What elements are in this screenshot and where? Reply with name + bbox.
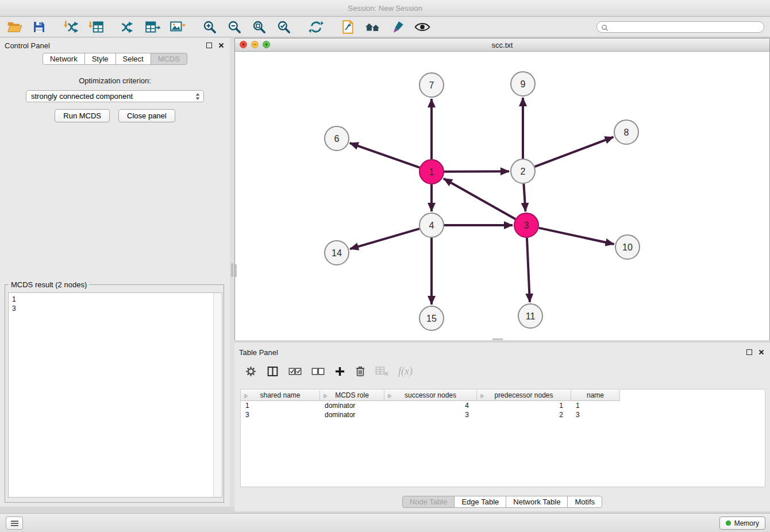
select-all-button[interactable] bbox=[288, 367, 302, 376]
column-header-shared-name[interactable]: shared name bbox=[241, 390, 320, 400]
graph-node-8[interactable]: 8 bbox=[614, 120, 638, 144]
task-history-button[interactable] bbox=[6, 516, 23, 530]
divider-grip[interactable] bbox=[231, 263, 233, 277]
mcds-result-group: MCDS result (2 nodes) 13 bbox=[5, 284, 224, 503]
network-canvas[interactable]: 7968124314101511 bbox=[235, 52, 769, 340]
graph-node-11[interactable]: 11 bbox=[518, 304, 542, 328]
cell[interactable]: dominator bbox=[320, 411, 384, 419]
network-document-button[interactable] bbox=[338, 18, 358, 36]
tab-network[interactable]: Network bbox=[43, 53, 85, 65]
svg-text:7: 7 bbox=[429, 80, 434, 90]
graph-node-6[interactable]: 6 bbox=[325, 126, 349, 151]
close-mcds-panel-button[interactable]: Close panel bbox=[118, 109, 175, 122]
graph-edge-2-8[interactable] bbox=[535, 137, 614, 167]
close-table-panel-button[interactable] bbox=[757, 348, 765, 356]
refresh-layout-button[interactable] bbox=[306, 18, 326, 36]
import-network-icon bbox=[63, 20, 79, 34]
cell[interactable]: 3 bbox=[384, 411, 477, 419]
cell[interactable]: dominator bbox=[320, 402, 384, 410]
minimize-window-button[interactable] bbox=[251, 41, 259, 48]
save-session-button[interactable] bbox=[29, 18, 49, 36]
table-row[interactable]: 3dominator323 bbox=[241, 410, 765, 419]
graph-node-3[interactable]: 3 bbox=[514, 213, 538, 237]
graph-edge-1-2[interactable] bbox=[444, 171, 509, 172]
memory-button[interactable]: Memory bbox=[719, 516, 765, 530]
table-tab-motifs[interactable]: Motifs bbox=[567, 496, 602, 508]
import-network-button[interactable] bbox=[61, 18, 81, 36]
open-session-button[interactable] bbox=[5, 18, 24, 36]
cell[interactable]: 1 bbox=[571, 402, 620, 410]
table-row[interactable]: 1dominator411 bbox=[241, 401, 765, 410]
column-label: shared name bbox=[260, 391, 300, 399]
panel-divider[interactable] bbox=[230, 38, 234, 507]
tab-mcds[interactable]: MCDS bbox=[151, 53, 187, 65]
cell[interactable]: 1 bbox=[241, 402, 320, 410]
deselect-all-button[interactable] bbox=[311, 367, 325, 376]
criterion-dropdown[interactable]: strongly connected component bbox=[26, 90, 204, 102]
zoom-in-button[interactable] bbox=[200, 18, 220, 36]
tab-style[interactable]: Style bbox=[84, 53, 116, 65]
svg-text:2: 2 bbox=[521, 167, 526, 176]
search-input[interactable] bbox=[596, 21, 764, 33]
new-network-button[interactable] bbox=[118, 18, 138, 36]
column-label: successor nodes bbox=[405, 391, 456, 399]
first-neighbors-button[interactable] bbox=[363, 18, 383, 36]
table-tab-node-table[interactable]: Node Table bbox=[402, 496, 455, 508]
zoom-window-button[interactable] bbox=[263, 41, 270, 48]
show-columns-button[interactable] bbox=[267, 365, 279, 377]
graph-node-1[interactable]: 1 bbox=[419, 160, 444, 184]
float-panel-button[interactable] bbox=[205, 41, 213, 49]
graph-edge-3-11[interactable] bbox=[527, 238, 530, 302]
export-image-icon bbox=[170, 20, 186, 34]
plus-icon bbox=[334, 366, 345, 377]
canvas-scrollbar-horizontal[interactable] bbox=[492, 338, 503, 340]
graph-node-7[interactable]: 7 bbox=[419, 73, 444, 97]
graph-node-9[interactable]: 9 bbox=[511, 72, 535, 96]
show-hide-button[interactable] bbox=[413, 18, 432, 36]
graph-edge-3-1[interactable] bbox=[444, 179, 515, 219]
graph-node-14[interactable]: 14 bbox=[325, 241, 349, 265]
result-scrollbar[interactable] bbox=[213, 293, 222, 497]
float-table-panel-button[interactable] bbox=[745, 348, 753, 356]
cell[interactable]: 4 bbox=[384, 402, 477, 410]
graph-edge-4-14[interactable] bbox=[350, 229, 419, 249]
mcds-result-textarea[interactable]: 13 bbox=[8, 292, 222, 498]
add-column-button[interactable] bbox=[334, 366, 345, 377]
canvas-scrollbar-vertical[interactable] bbox=[235, 264, 237, 277]
import-table-button[interactable] bbox=[86, 18, 106, 36]
table-tab-network-table[interactable]: Network Table bbox=[506, 496, 568, 508]
close-panel-button[interactable] bbox=[217, 41, 225, 49]
column-header-MCDS-role[interactable]: MCDS role bbox=[320, 390, 384, 400]
cell[interactable]: 2 bbox=[477, 411, 571, 419]
delete-column-button[interactable] bbox=[355, 365, 365, 377]
zoom-out-button[interactable] bbox=[225, 18, 244, 36]
zoom-selected-button[interactable] bbox=[274, 18, 294, 36]
cell[interactable]: 1 bbox=[477, 402, 571, 410]
columns-icon bbox=[267, 365, 279, 377]
table-settings-button[interactable] bbox=[245, 365, 257, 377]
list-icon bbox=[10, 520, 19, 527]
column-header-name[interactable]: name bbox=[571, 390, 620, 400]
graph-node-10[interactable]: 10 bbox=[615, 235, 640, 259]
svg-text:10: 10 bbox=[622, 242, 633, 252]
graph-edge-2-3[interactable] bbox=[523, 184, 525, 211]
tab-select[interactable]: Select bbox=[116, 53, 151, 65]
deselect-all-icon bbox=[311, 367, 325, 376]
graph-node-2[interactable]: 2 bbox=[511, 159, 535, 183]
cell[interactable]: 3 bbox=[571, 411, 620, 419]
run-mcds-button[interactable]: Run MCDS bbox=[55, 109, 110, 122]
table-tab-edge-table[interactable]: Edge Table bbox=[454, 496, 506, 508]
close-window-button[interactable] bbox=[240, 41, 247, 48]
style-paint-button[interactable] bbox=[388, 18, 407, 36]
graph-edge-1-6[interactable] bbox=[350, 143, 420, 168]
graph-node-15[interactable]: 15 bbox=[419, 306, 444, 330]
graph-edge-3-10[interactable] bbox=[539, 228, 614, 244]
column-header-successor-nodes[interactable]: successor nodes bbox=[384, 390, 477, 400]
new-table-button[interactable] bbox=[143, 18, 163, 36]
memory-label: Memory bbox=[734, 519, 759, 527]
zoom-fit-button[interactable] bbox=[249, 18, 269, 36]
cell[interactable]: 3 bbox=[241, 411, 320, 419]
column-header-predecessor-nodes[interactable]: predecessor nodes bbox=[477, 390, 571, 400]
export-image-button[interactable] bbox=[168, 18, 187, 36]
graph-node-4[interactable]: 4 bbox=[419, 213, 444, 237]
